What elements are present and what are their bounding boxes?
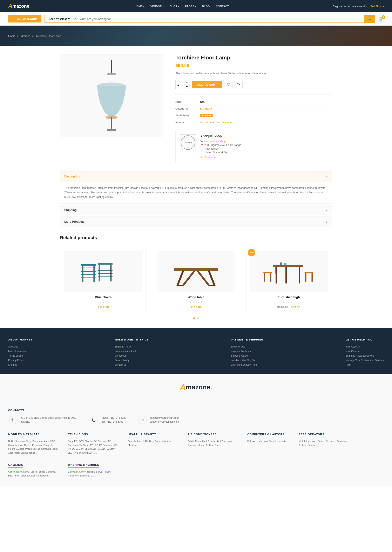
footer-bottom: CONTACTS 📍 PO Box CT16122 Collins Street…	[0, 400, 392, 486]
nav-home[interactable]: HOME	[135, 5, 144, 8]
logo[interactable]: A mazone.	[8, 3, 30, 9]
svg-rect-26	[273, 265, 303, 267]
svg-rect-15	[110, 265, 112, 282]
footer-privacy-policy[interactable]: Privacy Policy	[8, 359, 32, 362]
svg-point-5	[107, 73, 116, 75]
footer-cat-cameras: CAMERAS Canon, Nikon, Sony, FujiFilm, Br…	[8, 463, 60, 478]
svg-rect-6	[81, 264, 96, 266]
svg-rect-29	[286, 267, 287, 283]
footer-col-about: ABOUT MARKET About us Market Reviews Ter…	[8, 338, 32, 368]
footer-terms-of-use-2[interactable]: Terms of Use	[231, 345, 263, 348]
footer-payment-methods[interactable]: Payment Methods	[231, 350, 263, 353]
logo-a: A	[8, 3, 12, 9]
register-text: Register to become a vendor	[333, 5, 367, 8]
carousel-dot-1[interactable]	[193, 317, 195, 320]
footer-about-us[interactable]: About us	[8, 345, 32, 348]
furnished-high-stars: ★★★★★	[250, 300, 328, 304]
footer-estimated-delivery[interactable]: Estimated Delivery Time	[231, 363, 263, 366]
footer-terms-of-use[interactable]: Terms of Use	[8, 354, 32, 357]
nav-blog[interactable]: BLOG	[202, 5, 210, 8]
accordion-description-body: The Meridian Light Blaster Torchiere fro…	[60, 182, 332, 203]
nav-vendor[interactable]: VENDOR	[150, 5, 163, 8]
footer-contact-us[interactable]: Contact us	[115, 363, 149, 366]
footer-market-reviews[interactable]: Market Reviews	[8, 350, 32, 353]
footer-my-account[interactable]: My account	[115, 354, 149, 357]
vendor-shop-link[interactable]: antique shop	[210, 140, 225, 143]
svg-rect-13	[98, 263, 112, 265]
footer-help[interactable]: Help	[346, 363, 384, 366]
add-to-cart-button[interactable]: ADD TO CART	[192, 81, 222, 88]
cart-badge: 1	[382, 15, 385, 19]
footer-your-account[interactable]: Your Account	[346, 345, 384, 348]
footer-shipping-policy[interactable]: Shipping Policy	[115, 345, 149, 348]
furnished-high-svg	[260, 255, 318, 288]
accordion-more-products-header[interactable]: More Products ∨	[60, 217, 332, 227]
product-title: Torchiere Floor Lamp	[175, 54, 332, 61]
view-store-link[interactable]: 👁 View store	[200, 156, 241, 159]
vendor-name: Antique Shop	[200, 134, 241, 138]
nav-shop[interactable]: SHOP	[170, 5, 179, 8]
footer-shipping-rates[interactable]: Shipping Rates & Policies	[346, 354, 384, 357]
accordion-shipping-header[interactable]: Shipping ∨	[60, 205, 332, 215]
brands-link[interactable]: Sun Space, Tech Service	[200, 121, 232, 124]
footer-logo-text: mazone.	[186, 383, 212, 391]
hero-banner: Home / Furniture / Torchiere Floor Lamp	[0, 26, 392, 46]
sell-now-link[interactable]: Sell Now »	[370, 5, 384, 8]
furnished-high-name: Furnished high	[250, 295, 328, 299]
vendor-info: Antique Shop Vendor: antique shop 📍 258 …	[200, 134, 241, 159]
cart-icon[interactable]: 🛒 1	[378, 16, 384, 22]
product-image-blue-chairs	[64, 251, 142, 292]
nav-contact[interactable]: CONTACT	[216, 5, 229, 8]
footer-manage-content[interactable]: Manage Your Content and Devices	[346, 359, 384, 362]
quantity-input[interactable]	[175, 81, 184, 88]
email-icon: ✉	[139, 416, 147, 424]
nav-pages[interactable]: PAGES	[185, 5, 196, 8]
footer-your-orders[interactable]: Your Orders	[346, 350, 384, 353]
footer-money-title: MAKE MONEY WITH US	[115, 338, 149, 341]
chevron-down-icon: ∨	[325, 208, 328, 212]
search-button[interactable]: 🔍	[364, 15, 375, 22]
wishlist-button[interactable]: ♡	[224, 81, 232, 88]
meta-availability: Availability: In Stock	[175, 112, 332, 119]
qty-down-button[interactable]: ▼	[184, 85, 190, 89]
furnished-high-price: $119.00 $89.00	[250, 305, 328, 309]
related-products-section: Related products	[52, 235, 340, 320]
footer-help-title: LET US HELP YOU	[346, 338, 384, 341]
accordion-description-header[interactable]: Description ∧	[60, 172, 332, 182]
footer-cat-televisions: TELEVISIONS Sony TV, LG TV, Toshiba TV, …	[68, 433, 119, 455]
product-image-furnished-high	[250, 251, 328, 292]
search-category-select[interactable]: Shop by category	[45, 15, 77, 22]
hamburger-icon	[12, 18, 15, 20]
meta-category: Category: Furniture	[175, 105, 332, 112]
contact-address-text: PO Box CT16122 Collins Street West, Vict…	[20, 416, 77, 424]
breadcrumb-current: Torchiere Floor Lamp	[36, 35, 61, 37]
product-card-wood-table: Wood table ★★★★★ $100.00	[153, 247, 239, 313]
chevron-up-icon: ∧	[325, 174, 328, 179]
footer-return-policy[interactable]: Return Policy	[115, 359, 149, 362]
footer-compensation-first[interactable]: Compensation First	[115, 350, 149, 353]
footer-sitemap[interactable]: Sitemap	[8, 363, 32, 366]
svg-rect-38	[275, 267, 276, 274]
category-link[interactable]: Furniture	[200, 107, 212, 110]
product-image	[60, 54, 163, 137]
product-description: Black finish thin profile metal pole and…	[175, 71, 332, 76]
qty-up-button[interactable]: ▲	[184, 80, 190, 85]
header-right: Register to become a vendor Sell Now »	[333, 5, 384, 8]
svg-rect-35	[311, 273, 313, 282]
vendor-address3: United States (US)	[200, 151, 241, 154]
product-lamp-svg	[86, 60, 137, 132]
svg-line-23	[198, 271, 209, 285]
breadcrumb-furniture[interactable]: Furniture	[20, 35, 30, 37]
breadcrumb-home[interactable]: Home	[8, 35, 15, 37]
footer-shipping-guide[interactable]: Shipping Guide	[231, 354, 263, 357]
search-input[interactable]	[77, 15, 364, 22]
footer-logo[interactable]: A mazone.	[180, 383, 212, 392]
carousel-dots	[60, 317, 332, 320]
carousel-dot-2[interactable]	[197, 317, 199, 320]
all-category-button[interactable]: ALL CATEGORY	[8, 15, 42, 22]
svg-point-3	[107, 129, 116, 131]
compare-button[interactable]: ↻	[235, 81, 243, 88]
svg-rect-19	[174, 268, 218, 271]
accordion-description: Description ∧ The Meridian Light Blaster…	[60, 171, 332, 204]
footer-locations-ship[interactable]: Locations We Ship To	[231, 359, 263, 362]
